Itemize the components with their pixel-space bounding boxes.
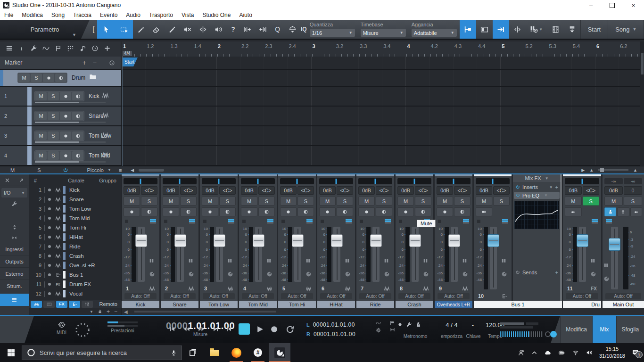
drag-handle[interactable]: [44, 225, 45, 231]
mute-button[interactable]: M: [35, 112, 47, 120]
zoom-slider[interactable]: [598, 169, 628, 171]
volume-value[interactable]: 0dB: [437, 186, 453, 195]
pan-knob-icon[interactable]: [423, 271, 429, 277]
channel-color-chip[interactable]: [63, 186, 66, 194]
pan-slider[interactable]: [280, 178, 314, 184]
track-header[interactable]: 1MSKick: [0, 87, 122, 106]
menu-item-file[interactable]: File: [0, 10, 17, 20]
tool-tsr-button[interactable]: [255, 20, 271, 39]
channel-color-chip[interactable]: [63, 252, 66, 260]
event-fx-slot[interactable]: [164, 220, 167, 223]
record-arm-button[interactable]: [124, 207, 140, 216]
volume-value[interactable]: 0dB: [358, 186, 375, 195]
balance-value[interactable]: 0: [624, 186, 642, 195]
automation-mode-button[interactable]: Auto: Off: [438, 293, 470, 299]
channel-name-label[interactable]: Overheads L+R: [435, 301, 472, 308]
channel-color-chip[interactable]: [63, 290, 66, 297]
precount-icon[interactable]: [397, 322, 403, 327]
automation-mode-button[interactable]: Auto: Off: [242, 293, 274, 299]
menu-item-vista[interactable]: Vista: [177, 10, 198, 20]
mute-button[interactable]: M: [35, 151, 47, 160]
remove-channel-button[interactable]: −: [114, 308, 117, 315]
pan-slider[interactable]: [565, 178, 599, 184]
channel-options-icon[interactable]: [306, 219, 313, 223]
wifi-icon[interactable]: [572, 350, 579, 356]
arrange-wrench-button[interactable]: [30, 45, 37, 54]
rail-inputs-button[interactable]: Ingressi: [0, 243, 29, 255]
microphone-icon[interactable]: [171, 349, 177, 356]
lock-icon[interactable]: [98, 309, 102, 314]
notification-center-icon[interactable]: 1: [631, 349, 639, 356]
channel-name-label[interactable]: Main Out: [603, 301, 644, 308]
tool-tsl-button[interactable]: [239, 20, 255, 39]
talkback-mic-button[interactable]: [617, 207, 629, 216]
track-size-select[interactable]: Piccolo: [87, 167, 104, 173]
power-icon[interactable]: [515, 185, 520, 189]
volume-value[interactable]: 0dB: [397, 186, 414, 195]
channel-color-chip[interactable]: [63, 280, 66, 288]
jog-wheel-icon[interactable]: [74, 322, 91, 338]
channel-options-icon[interactable]: [463, 219, 469, 223]
tool-q-button[interactable]: Q: [271, 20, 284, 39]
fader-handle[interactable]: [253, 234, 264, 247]
mute-button[interactable]: M: [604, 197, 623, 206]
channel-active-dot[interactable]: [48, 264, 51, 267]
track-header[interactable]: 3MSTom Low: [0, 126, 122, 145]
solo-button[interactable]: S: [219, 197, 236, 206]
channel-strip-overheads-l-r[interactable]: 0dB<C>MS1060-6-12-24-36-489Auto: OffOver…: [435, 174, 472, 308]
list-options-icon[interactable]: ≡: [119, 167, 121, 173]
mute-button[interactable]: M: [124, 197, 140, 206]
add-send-button[interactable]: +: [555, 270, 558, 275]
zoom-out-icon[interactable]: ▲: [589, 168, 594, 173]
track-volume-slider[interactable]: [35, 122, 106, 123]
tool-help-button[interactable]: ?: [226, 20, 239, 39]
task-view-button[interactable]: [182, 343, 204, 362]
solo-button[interactable]: S: [454, 197, 471, 206]
tool-knife-button[interactable]: [133, 20, 149, 39]
monitor-button[interactable]: [219, 207, 236, 216]
solo-button[interactable]: S: [48, 92, 59, 100]
record-arm-button[interactable]: [60, 112, 71, 120]
channel-options-icon[interactable]: [592, 219, 598, 223]
track-lane[interactable]: [122, 87, 644, 106]
channel-name-label[interactable]: Kick: [122, 301, 159, 308]
loop-range-display[interactable]: L00001.01.01.00 R00001.01.01.00: [306, 320, 355, 339]
power-icon[interactable]: [63, 167, 68, 173]
event-fx-slot[interactable]: [203, 220, 206, 223]
channel-color-chip[interactable]: [63, 205, 66, 213]
channel-name[interactable]: Ride: [69, 244, 81, 249]
channel-name-label[interactable]: Tom Low: [200, 301, 238, 308]
channel-options-icon[interactable]: [228, 219, 234, 223]
automation-mode-button[interactable]: Auto: Off: [281, 293, 313, 299]
rail-outputs-button[interactable]: Outputs: [0, 255, 29, 267]
fader-handle[interactable]: [448, 234, 460, 247]
channel-color-chip[interactable]: [63, 214, 66, 222]
pan-knob-icon[interactable]: [501, 271, 507, 277]
metronome-setup-icon[interactable]: [406, 321, 412, 328]
channel-name[interactable]: HiHat: [69, 234, 83, 240]
event-fx-slot[interactable]: [438, 220, 441, 223]
view-splith-button[interactable]: [509, 20, 526, 39]
fader-track[interactable]: [611, 227, 618, 289]
track-row[interactable]: 1MSKick: [0, 87, 644, 107]
link-button[interactable]: [476, 207, 492, 216]
channel-name-label[interactable]: HiHat: [317, 301, 355, 308]
sort-channels-icon[interactable]: [0, 222, 29, 232]
solo-button[interactable]: S: [48, 132, 59, 140]
fast-forward-icon[interactable]: [197, 326, 206, 332]
volume-value[interactable]: 0dB: [280, 186, 297, 195]
view-follow-button[interactable]: [493, 20, 509, 39]
monitor-button[interactable]: [180, 207, 197, 216]
channel-color-chip[interactable]: [63, 196, 66, 203]
monitor-button[interactable]: [337, 207, 353, 216]
fader-handle[interactable]: [135, 234, 147, 247]
chevron-down-icon[interactable]: ▼: [90, 310, 93, 314]
pan-value[interactable]: <C>: [141, 186, 157, 195]
channel-list-row[interactable]: 10Bus 1: [29, 270, 121, 280]
monitor-button[interactable]: [376, 207, 392, 216]
track-name[interactable]: Drum: [72, 74, 85, 81]
mute-button[interactable]: M: [18, 74, 30, 82]
drag-handle[interactable]: [44, 263, 45, 269]
metronome-button[interactable]: [604, 207, 616, 216]
remove-marker-button[interactable]: −: [93, 59, 97, 66]
